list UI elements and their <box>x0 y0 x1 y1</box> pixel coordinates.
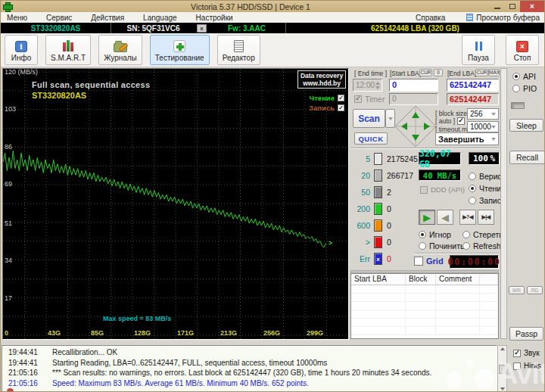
menu-language[interactable]: Language <box>143 14 177 22</box>
block-size-select[interactable]: 256 <box>467 108 499 120</box>
sleep-button[interactable]: Sleep <box>509 119 543 132</box>
grid-label: Grid <box>426 257 444 266</box>
start-lba-input[interactable]: 0 <box>389 79 438 92</box>
pause-button[interactable]: Пауза <box>462 35 495 65</box>
testing-icon <box>173 40 185 52</box>
menu-help[interactable]: Справка <box>416 14 445 22</box>
sound-checkbox-box[interactable] <box>513 350 521 357</box>
counter-block-icon <box>374 170 382 182</box>
spin-up-icon[interactable] <box>375 82 380 85</box>
auto-checkbox[interactable]: [ auto ] <box>435 117 465 125</box>
action-refresh-radio[interactable]: Refresh <box>462 241 501 250</box>
editor-button[interactable]: Редактор <box>217 35 260 65</box>
recall-button[interactable]: Recall <box>509 151 545 164</box>
table-row[interactable] <box>351 310 498 319</box>
rd-button[interactable]: RD <box>527 286 543 294</box>
timer-checkbox[interactable]: Timer <box>354 95 385 104</box>
ddd-checkbox-box[interactable] <box>420 186 428 194</box>
scroll-up-icon[interactable] <box>500 347 505 350</box>
log-scrollbar[interactable] <box>497 345 507 392</box>
quick-button[interactable]: QUICK <box>354 132 388 145</box>
action-ignore-radio[interactable]: Игнор <box>419 230 451 239</box>
repair-radio-circle[interactable] <box>419 242 426 250</box>
api-radio-circle[interactable] <box>512 73 520 80</box>
pause-icon <box>475 42 482 51</box>
auto-checkbox-box[interactable] <box>457 117 465 125</box>
refresh-radio-circle[interactable] <box>462 242 470 250</box>
testing-label: Тестирование <box>155 54 204 62</box>
journals-button[interactable]: Журналы <box>98 35 142 65</box>
action-erase-radio[interactable]: Стереть <box>462 230 503 239</box>
graph-scrollbar[interactable] <box>500 68 507 339</box>
read-checkbox[interactable] <box>338 95 344 101</box>
counter-200: 2000 <box>352 201 418 217</box>
after-scan-action-select[interactable]: Завершить <box>435 132 499 145</box>
legend-read-label: Чтение <box>310 94 335 102</box>
scan-button[interactable]: Scan <box>353 109 385 128</box>
hddby-line1: Data recovery <box>298 72 345 79</box>
ddd-checkbox[interactable]: DDD (API) <box>420 185 465 194</box>
counter-block-icon <box>374 186 382 198</box>
grid-checkbox-box[interactable] <box>414 257 423 266</box>
table-row[interactable] <box>351 319 498 327</box>
hints-checkbox-box[interactable] <box>513 362 521 370</box>
menu-main[interactable]: Меню <box>7 14 27 22</box>
scrollbar-thumb[interactable] <box>499 365 506 374</box>
pio-radio[interactable]: PIO <box>512 84 537 93</box>
ddd-label: DDD (API) <box>431 185 465 194</box>
table-row[interactable] <box>351 302 498 310</box>
sound-checkbox[interactable]: Звук <box>513 349 540 357</box>
timeout-select[interactable]: 10000 <box>467 121 499 132</box>
defect-table[interactable]: Start LBA Block Comment <box>350 273 499 339</box>
erase-radio-circle[interactable] <box>462 231 470 238</box>
chevron-down-icon <box>491 113 496 116</box>
seek-error-button[interactable]: ▶?◀ <box>459 210 476 225</box>
counter-block-icon <box>374 203 382 215</box>
minimize-icon <box>494 8 500 9</box>
info-button[interactable]: Инфо <box>5 35 38 65</box>
stop-button[interactable]: × Стоп <box>506 35 539 65</box>
table-row[interactable] <box>351 327 498 335</box>
table-row[interactable] <box>351 285 498 294</box>
spin-down-icon[interactable] <box>375 86 380 89</box>
play-button[interactable]: ▶ <box>419 210 435 225</box>
write-radio-circle[interactable] <box>469 197 476 204</box>
timer-checkbox-box[interactable] <box>354 95 362 103</box>
end-lba-cur-button[interactable]: CUR <box>475 69 488 76</box>
verify-radio-circle[interactable] <box>469 173 476 180</box>
back-button[interactable]: ◀ <box>437 210 453 225</box>
menu-settings[interactable]: Настройки <box>196 14 233 22</box>
smart-button[interactable]: S.M.A.R.T <box>45 35 91 65</box>
grid-checkbox[interactable]: Grid <box>414 257 444 266</box>
counter-20: 20266717 <box>352 167 418 184</box>
passport-button[interactable]: Passp <box>509 327 543 341</box>
seek-end-button[interactable]: ▶|◀ <box>478 210 494 225</box>
read-radio-circle[interactable] <box>469 185 476 192</box>
col-block: Block <box>406 274 436 285</box>
start-lba-zero-button[interactable]: 0 <box>434 69 443 76</box>
end-lba-input[interactable]: 625142447 <box>447 79 499 92</box>
menu-actions[interactable]: Действия <box>91 14 124 22</box>
minimize-button[interactable] <box>490 1 505 12</box>
end-lba-max-button[interactable]: MAX <box>488 69 500 76</box>
testing-button[interactable]: Тестирование <box>150 35 210 65</box>
ignore-radio-circle[interactable] <box>419 231 426 238</box>
svg-text:34: 34 <box>5 257 12 264</box>
end-time-spinner[interactable]: 12:00 <box>353 79 382 92</box>
close-button[interactable]: × <box>520 1 544 12</box>
table-row[interactable] <box>351 294 498 302</box>
menu-service[interactable]: Сервис <box>46 14 72 22</box>
write-checkbox[interactable] <box>338 104 344 111</box>
device-close-button[interactable]: x <box>197 24 207 33</box>
hints-checkbox[interactable]: Hints <box>513 362 541 370</box>
erase-label: Стереть <box>473 230 503 239</box>
scroll-down-icon[interactable] <box>500 387 505 390</box>
start-lba-cur-button[interactable]: CUR <box>419 69 432 76</box>
buffer-view-button[interactable]: Просмотр буфера <box>466 14 540 22</box>
pio-radio-circle[interactable] <box>512 85 520 92</box>
api-radio[interactable]: API <box>512 72 536 81</box>
maximize-button[interactable] <box>505 1 520 12</box>
action-repair-radio[interactable]: Починить <box>419 241 464 250</box>
direction-pad[interactable] <box>394 105 437 148</box>
wr-button[interactable]: WR <box>509 286 525 294</box>
